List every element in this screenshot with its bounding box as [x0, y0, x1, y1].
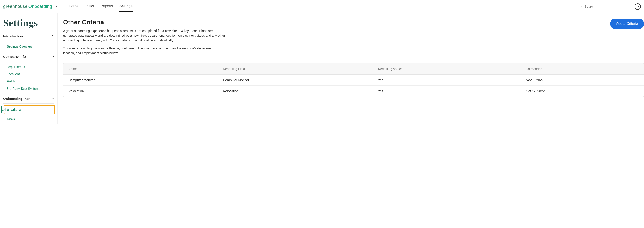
cell-values: Yes — [373, 75, 521, 86]
col-recruiting-field: Recruiting Field — [218, 63, 373, 75]
nav-settings[interactable]: Settings — [120, 1, 132, 12]
col-date-added: Date added — [521, 63, 644, 75]
nav-home[interactable]: Home — [69, 1, 78, 12]
cell-name: Relocation — [63, 86, 218, 97]
chevron-up-icon — [51, 97, 54, 101]
table-row[interactable]: Computer Monitor Computer Monitor Yes No… — [63, 75, 644, 86]
chevron-up-icon — [51, 55, 54, 58]
add-criteria-button[interactable]: Add a Criteria — [610, 19, 644, 29]
sidebar-section-label: Onboarding Plan — [3, 97, 30, 101]
sidebar-section-label: Company Info — [3, 55, 26, 58]
search-input[interactable] — [584, 5, 624, 8]
sidebar-item-other-criteria[interactable]: Other Criteria — [1, 106, 54, 113]
sidebar-section-company[interactable]: Company Info — [3, 52, 54, 61]
logo-sub: Onboarding — [28, 4, 52, 9]
search-icon — [579, 4, 583, 9]
logo-main: greenhouse — [3, 4, 28, 9]
search-box[interactable] — [577, 3, 626, 10]
highlight-box: Other Criteria — [4, 105, 55, 115]
content-paragraph-1: A great onboarding experience happens wh… — [63, 29, 226, 43]
content-paragraph-2: To make onboarding plans more flexible, … — [63, 46, 226, 56]
nav-reports[interactable]: Reports — [100, 1, 113, 12]
sidebar-section-label: Introduction — [3, 34, 23, 38]
criteria-table: Name Recruiting Field Recruiting Values … — [63, 63, 644, 97]
logo[interactable]: greenhouse Onboarding — [3, 4, 58, 9]
sidebar-item-third-party[interactable]: 3rd-Party Task Systems — [7, 85, 54, 92]
nav-tasks[interactable]: Tasks — [85, 1, 94, 12]
sidebar: Settings Introduction Settings Overview … — [0, 13, 58, 125]
col-recruiting-values: Recruiting Values — [373, 63, 521, 75]
table-row[interactable]: Relocation Relocation Yes Oct 12, 2022 — [63, 86, 644, 97]
content-title: Other Criteria — [63, 19, 226, 26]
svg-point-0 — [580, 5, 582, 7]
sidebar-section-onboarding[interactable]: Onboarding Plan — [3, 94, 54, 103]
cell-date: Nov 3, 2022 — [521, 75, 644, 86]
cell-field: Computer Monitor — [218, 75, 373, 86]
svg-line-1 — [582, 7, 582, 7]
col-name: Name — [63, 63, 218, 75]
cell-field: Relocation — [218, 86, 373, 97]
sidebar-section-introduction[interactable]: Introduction — [3, 32, 54, 41]
sidebar-item-locations[interactable]: Locations — [7, 70, 54, 78]
cell-name: Computer Monitor — [63, 75, 218, 86]
sidebar-item-tasks[interactable]: Tasks — [7, 115, 54, 123]
cell-values: Yes — [373, 86, 521, 97]
table-header-row: Name Recruiting Field Recruiting Values … — [63, 63, 644, 75]
main-nav: Home Tasks Reports Settings — [69, 1, 132, 12]
chevron-down-icon[interactable] — [55, 5, 58, 8]
sidebar-item-departments[interactable]: Departments — [7, 63, 54, 70]
cell-date: Oct 12, 2022 — [521, 86, 644, 97]
avatar[interactable]: GH — [634, 4, 641, 10]
main-content: Other Criteria A great onboarding experi… — [58, 13, 644, 125]
chevron-up-icon — [51, 34, 54, 38]
page-title: Settings — [3, 17, 54, 29]
topbar: greenhouse Onboarding Home Tasks Reports… — [0, 0, 644, 13]
sidebar-item-settings-overview[interactable]: Settings Overview — [7, 43, 54, 50]
sidebar-item-fields[interactable]: Fields — [7, 78, 54, 85]
